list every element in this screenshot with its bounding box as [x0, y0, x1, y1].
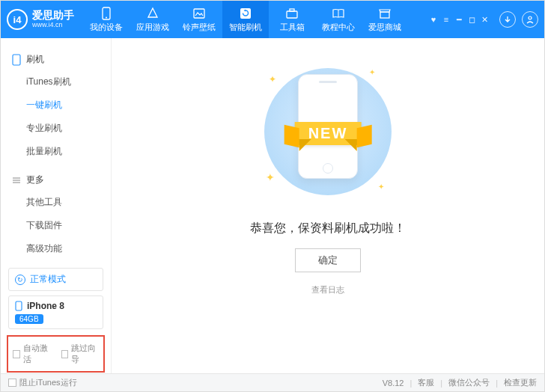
toolbox-icon	[285, 7, 299, 20]
logo-url: www.i4.cn	[32, 22, 74, 29]
header-tabs: 我的设备 应用游戏 铃声壁纸 智能刷机 工具箱 教程中心	[83, 1, 408, 38]
sparkle-icon: ✦	[369, 68, 375, 76]
skin-icon[interactable]: ♥	[429, 15, 438, 24]
sidebar-item-oneclick-flash[interactable]: 一键刷机	[1, 94, 111, 117]
mode-label: 正常模式	[30, 273, 66, 286]
chk-label: 自动激活	[23, 343, 51, 365]
new-ribbon: NEW	[295, 122, 362, 145]
sidebar-item-pro-flash[interactable]: 专业刷机	[1, 117, 111, 140]
tab-label: 铃声壁纸	[183, 22, 216, 33]
chk-label: 跳过向导	[71, 343, 99, 365]
more-icon	[11, 175, 22, 186]
tab-apps-games[interactable]: 应用游戏	[130, 1, 176, 38]
check-update-link[interactable]: 检查更新	[504, 377, 537, 388]
device-name-label: iPhone 8	[27, 301, 64, 311]
svg-rect-9	[13, 55, 20, 65]
tab-my-device[interactable]: 我的设备	[83, 1, 130, 38]
book-icon	[332, 7, 345, 20]
checkbox-auto-activate[interactable]: 自动激活	[13, 343, 51, 365]
apps-icon	[146, 7, 159, 20]
menu-icon[interactable]: ≡	[442, 15, 451, 24]
device-icon	[11, 55, 22, 65]
svg-rect-4	[287, 11, 297, 18]
image-icon	[192, 7, 206, 20]
svg-rect-2	[194, 9, 204, 18]
main-content: ✦ ✦ ✦ ✦ NEW 恭喜您，保资料刷机成功啦！ 确定 查看日志	[112, 38, 544, 373]
tab-label: 爱思商城	[368, 22, 401, 33]
phone-icon	[100, 7, 113, 20]
sidebar-heading-flash: 刷机	[1, 49, 111, 70]
tab-label: 教程中心	[322, 22, 355, 33]
device-info-box[interactable]: iPhone 8 64GB	[8, 295, 103, 329]
user-button[interactable]	[522, 11, 538, 28]
close-icon[interactable]: ✕	[480, 15, 489, 24]
tab-smart-flash[interactable]: 智能刷机	[222, 1, 269, 38]
sparkle-icon: ✦	[378, 183, 384, 191]
chk-label: 阻止iTunes运行	[19, 377, 77, 388]
heading-label: 更多	[26, 174, 44, 186]
version-label: V8.12	[383, 379, 404, 388]
ok-button[interactable]: 确定	[295, 248, 361, 272]
checkbox-skip-guide[interactable]: 跳过向导	[61, 343, 100, 365]
sidebar-item-download-firmware[interactable]: 下载固件	[1, 214, 111, 237]
sidebar-item-itunes-flash[interactable]: iTunes刷机	[1, 70, 111, 94]
sidebar-item-advanced[interactable]: 高级功能	[1, 237, 111, 260]
phone-small-icon	[15, 301, 22, 311]
tab-tutorials[interactable]: 教程中心	[315, 1, 362, 38]
sidebar-item-other-tools[interactable]: 其他工具	[1, 191, 111, 214]
sparkle-icon: ✦	[269, 74, 276, 85]
tab-label: 我的设备	[90, 22, 123, 33]
heading-label: 刷机	[26, 53, 44, 66]
wechat-link[interactable]: 微信公众号	[448, 377, 490, 388]
maximize-icon[interactable]: ◻	[467, 15, 476, 24]
tab-label: 智能刷机	[229, 22, 262, 33]
app-logo: i4 爱思助手 www.i4.cn	[7, 9, 74, 30]
tab-label: 应用游戏	[136, 22, 169, 33]
sidebar: 刷机 iTunes刷机 一键刷机 专业刷机 批量刷机 更多 其他工具 下载固件 …	[1, 38, 112, 373]
ribbon-label: NEW	[308, 125, 348, 141]
storage-badge: 64GB	[15, 314, 43, 324]
device-mode-box[interactable]: ↻ 正常模式	[8, 268, 103, 291]
support-link[interactable]: 客服	[418, 377, 434, 388]
svg-point-8	[529, 16, 532, 19]
svg-rect-7	[380, 12, 389, 18]
svg-rect-5	[290, 9, 294, 11]
view-log-link[interactable]: 查看日志	[311, 284, 344, 295]
success-illustration: ✦ ✦ ✦ ✦ NEW	[249, 61, 407, 203]
sidebar-heading-more: 更多	[1, 169, 111, 191]
download-button[interactable]	[499, 11, 516, 28]
tab-store[interactable]: 爱思商城	[362, 1, 408, 38]
success-message: 恭喜您，保资料刷机成功啦！	[250, 221, 406, 236]
checkbox-block-itunes[interactable]: 阻止iTunes运行	[8, 377, 77, 388]
mode-icon: ↻	[15, 275, 25, 285]
logo-title: 爱思助手	[32, 10, 74, 21]
minimize-icon[interactable]: ━	[454, 15, 463, 24]
flash-options-highlighted: 自动激活 跳过向导	[7, 335, 105, 373]
tab-toolbox[interactable]: 工具箱	[269, 1, 315, 38]
tab-ringtone-wallpaper[interactable]: 铃声壁纸	[176, 1, 222, 38]
logo-icon: i4	[7, 9, 28, 30]
refresh-icon	[239, 7, 252, 20]
status-bar: 阻止iTunes运行 V8.12 | 客服 | 微信公众号 | 检查更新	[1, 373, 544, 391]
svg-rect-13	[16, 301, 22, 310]
sparkle-icon: ✦	[266, 171, 275, 183]
sidebar-item-batch-flash[interactable]: 批量刷机	[1, 140, 111, 163]
store-icon	[378, 7, 392, 20]
app-header: i4 爱思助手 www.i4.cn 我的设备 应用游戏 铃声壁纸 智能刷机	[1, 1, 544, 38]
svg-point-1	[106, 16, 107, 18]
tab-label: 工具箱	[280, 22, 305, 33]
